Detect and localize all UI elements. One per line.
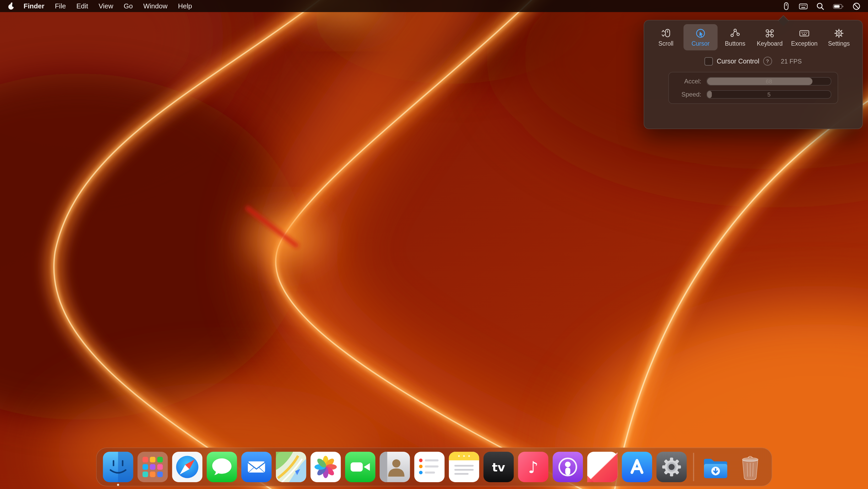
tab-label: Scroll — [658, 40, 674, 47]
cursor-control-label: Cursor Control — [717, 57, 760, 65]
dock-contacts-icon[interactable] — [380, 452, 410, 482]
cursor-settings-group: Accel: 68 Speed: 5 — [668, 72, 838, 104]
tab-cursor[interactable]: Cursor — [683, 24, 718, 50]
dock-maps-icon[interactable] — [276, 452, 306, 482]
accel-row: Accel: 68 — [675, 77, 831, 86]
tab-exception[interactable]: Exception — [787, 24, 822, 50]
dock-app-store-icon[interactable] — [622, 452, 652, 482]
accel-label: Accel: — [675, 78, 701, 85]
tab-buttons[interactable]: Buttons — [718, 24, 752, 50]
speed-slider[interactable]: 5 — [707, 90, 831, 98]
desktop: Finder File Edit View Go Window Help — [0, 0, 868, 489]
dock-reminders-icon[interactable] — [414, 452, 445, 482]
tab-label: Keyboard — [757, 40, 782, 47]
tab-label: Settings — [828, 40, 850, 47]
tab-label: Cursor — [691, 40, 709, 47]
apple-menu[interactable] — [7, 2, 15, 10]
dock-podcasts-icon[interactable] — [553, 452, 583, 482]
menu-go[interactable]: Go — [119, 2, 138, 10]
dock-trash-icon[interactable] — [735, 452, 765, 482]
menu-help[interactable]: Help — [173, 2, 197, 10]
tab-scroll[interactable]: Scroll — [649, 24, 683, 50]
svg-text:♪: ♪ — [528, 458, 538, 477]
menu-file[interactable]: File — [50, 2, 71, 10]
speed-value: 5 — [707, 91, 831, 98]
dock-divider — [693, 453, 694, 481]
dock-photos-icon[interactable] — [311, 452, 341, 482]
cursor-click-icon — [695, 28, 706, 39]
menu-bar: Finder File Edit View Go Window Help — [0, 0, 868, 12]
circle-slash-icon[interactable] — [852, 2, 861, 10]
battery-icon[interactable] — [833, 2, 844, 10]
command-key-icon — [764, 28, 775, 39]
dock-music-icon[interactable]: ♪ — [518, 452, 549, 482]
menu-window[interactable]: Window — [138, 2, 173, 10]
scroll-mouse-icon — [660, 28, 672, 39]
buttons-nodes-icon — [730, 28, 741, 39]
tab-label: Buttons — [725, 40, 745, 47]
keyboard-rect-icon — [799, 28, 810, 39]
dock-safari-icon[interactable] — [172, 452, 203, 482]
dock: tv ♪ — [96, 448, 772, 486]
dock-finder-icon[interactable] — [103, 452, 133, 482]
tab-settings[interactable]: Settings — [822, 24, 856, 50]
speed-row: Speed: 5 — [675, 90, 831, 98]
menu-bar-status-area — [782, 2, 861, 10]
cursor-control-row: Cursor Control ? 21 FPS — [644, 57, 862, 65]
tab-label: Exception — [791, 40, 817, 47]
svg-text:tv: tv — [492, 461, 505, 474]
input-source-icon[interactable] — [799, 2, 808, 10]
dock-mail-icon[interactable] — [241, 452, 272, 482]
dock-downloads-icon[interactable] — [700, 452, 731, 482]
dock-system-settings-icon[interactable] — [656, 452, 687, 482]
dock-messages-icon[interactable] — [207, 452, 237, 482]
dock-tv-icon[interactable]: tv — [484, 452, 514, 482]
menu-edit[interactable]: Edit — [71, 2, 93, 10]
spotlight-icon[interactable] — [816, 2, 825, 10]
menu-view[interactable]: View — [93, 2, 119, 10]
apple-logo-icon — [7, 2, 15, 10]
dock-facetime-icon[interactable] — [345, 452, 376, 482]
gear-icon — [833, 28, 844, 39]
mouse-utility-popover: Scroll Cursor Buttons — [644, 20, 863, 129]
help-icon[interactable]: ? — [763, 57, 772, 65]
dock-notes-icon[interactable] — [449, 452, 479, 482]
popover-tab-bar: Scroll Cursor Buttons — [644, 21, 862, 50]
speed-label: Speed: — [675, 91, 701, 98]
accel-value: 68 — [707, 78, 831, 85]
tab-keyboard[interactable]: Keyboard — [753, 24, 787, 50]
cursor-control-checkbox[interactable] — [705, 57, 713, 65]
accel-slider[interactable]: 68 — [707, 77, 831, 86]
fps-readout: 21 FPS — [781, 57, 802, 65]
mouse-icon[interactable] — [782, 2, 790, 10]
active-app-name[interactable]: Finder — [18, 2, 50, 10]
dock-news-icon[interactable] — [587, 452, 618, 482]
dock-launchpad-icon[interactable] — [137, 452, 168, 482]
